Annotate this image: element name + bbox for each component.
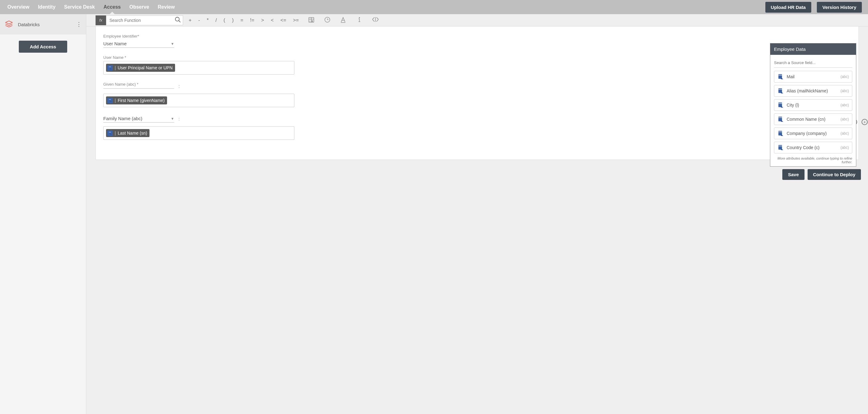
palette-item-type: (abc) — [841, 74, 849, 79]
databricks-icon — [4, 20, 13, 29]
palette-item-name: Company (company) — [786, 131, 827, 136]
family-name-mapping-input[interactable]: | Last Name (sn) — [103, 126, 294, 140]
app-row-databricks[interactable]: Databricks ⋮ — [0, 14, 86, 34]
op-neq[interactable]: != — [250, 18, 254, 23]
tab-access[interactable]: Access — [103, 4, 121, 10]
given-name-group: Given Name (abc) * : | First Name (given… — [103, 82, 851, 107]
employee-identifier-group: Employee Identifier* User Name ▼ — [103, 34, 851, 48]
chip-label: Last Name (sn) — [118, 131, 147, 135]
op-mult[interactable]: * — [207, 18, 209, 23]
source-field-icon — [777, 102, 783, 108]
palette-item[interactable]: Alias (mailNickName) (abc) — [774, 85, 852, 97]
chevron-down-icon: ▼ — [171, 42, 174, 45]
main-content: fx + - * / ( ) = != > < <= >= — [86, 14, 868, 414]
employee-identifier-value: User Name — [103, 41, 127, 46]
app-kebab-menu[interactable]: ⋮ — [76, 22, 82, 27]
svg-point-18 — [359, 17, 360, 18]
info-tool-icon[interactable] — [356, 16, 363, 24]
add-access-button[interactable]: Add Access — [19, 41, 67, 53]
palette-item[interactable]: Country Code (c) (abc) — [774, 142, 852, 153]
date-tool-icon[interactable]: x — [308, 16, 315, 24]
palette-item[interactable]: Company (company) (abc) — [774, 128, 852, 139]
op-gt[interactable]: > — [261, 18, 264, 23]
palette-item-name: Mail — [786, 74, 795, 79]
palette-item[interactable]: City (l) (abc) — [774, 99, 852, 111]
palette-item[interactable]: Common Name (cn) (abc) — [774, 114, 852, 125]
tab-service-desk[interactable]: Service Desk — [64, 4, 95, 10]
user-name-group: User Name * | User Principal Name or UPN — [103, 55, 851, 74]
user-name-label: User Name * — [103, 55, 851, 60]
user-name-chip[interactable]: | User Principal Name or UPN — [106, 64, 175, 72]
source-field-icon — [777, 88, 783, 94]
op-eq[interactable]: = — [241, 18, 243, 23]
version-history-button[interactable]: Version History — [817, 2, 862, 12]
source-field-icon — [777, 130, 783, 136]
palette-item-type: (abc) — [841, 103, 849, 107]
nav-tabs: Overview Identity Service Desk Access Ob… — [7, 4, 175, 10]
brain-tool-icon[interactable] — [372, 16, 379, 24]
op-minus[interactable]: - — [198, 18, 200, 23]
op-plus[interactable]: + — [189, 18, 191, 23]
function-search[interactable] — [106, 15, 183, 25]
tool-icons: x — [308, 16, 379, 24]
palette-search-input[interactable] — [774, 59, 852, 67]
source-field-icon — [107, 65, 113, 70]
given-name-colon: : — [179, 84, 180, 89]
tab-overview[interactable]: Overview — [7, 4, 29, 10]
top-navbar: Overview Identity Service Desk Access Ob… — [0, 0, 868, 14]
tab-identity[interactable]: Identity — [38, 4, 56, 10]
family-name-select[interactable]: Family Name (abc) ▼ — [103, 115, 174, 123]
search-icon[interactable] — [173, 16, 183, 24]
op-lt[interactable]: < — [271, 18, 274, 23]
tab-review[interactable]: Review — [158, 4, 175, 10]
save-button[interactable]: Save — [782, 169, 804, 180]
chevron-down-icon: ▼ — [171, 117, 174, 121]
palette-search[interactable] — [774, 59, 852, 68]
palette-item[interactable]: Mail (abc) — [774, 71, 852, 83]
employee-identifier-label: Employee Identifier* — [103, 34, 851, 38]
palette-item-name: Country Code (c) — [786, 145, 819, 150]
svg-text:x: x — [312, 20, 313, 22]
family-name-label: Family Name (abc) — [103, 116, 143, 121]
op-gte[interactable]: >= — [293, 18, 299, 23]
svg-marker-5 — [5, 21, 13, 24]
clock-tool-icon[interactable] — [324, 16, 331, 24]
app-name-label: Databricks — [18, 22, 40, 27]
op-lparen[interactable]: ( — [223, 18, 225, 23]
source-field-icon — [777, 116, 783, 122]
operator-buttons: + - * / ( ) = != > < <= >= — [183, 18, 304, 23]
source-field-icon — [777, 74, 783, 80]
given-name-chip[interactable]: | First Name (givenName) — [106, 96, 167, 104]
function-search-input[interactable] — [106, 16, 173, 25]
formula-bar: fx + - * / ( ) = != > < <= >= — [86, 14, 868, 27]
mapping-card: Employee Identifier* User Name ▼ User Na… — [96, 27, 859, 160]
palette-item-name: Common Name (cn) — [786, 117, 826, 122]
given-name-mapping-input[interactable]: | First Name (givenName) — [103, 94, 294, 107]
op-div[interactable]: / — [215, 18, 217, 23]
op-rparen[interactable]: ) — [232, 18, 234, 23]
chip-label: User Principal Name or UPN — [118, 65, 173, 70]
palette-title: Employee Data — [770, 43, 856, 55]
add-field-button[interactable]: + — [862, 119, 868, 125]
user-name-mapping-input[interactable]: | User Principal Name or UPN — [103, 61, 294, 74]
continue-to-deploy-button[interactable]: Continue to Deploy — [808, 169, 861, 180]
palette-item-name: City (l) — [786, 103, 799, 107]
palette-field-list: Mail (abc) Alias (mailNickName) (abc) Ci… — [770, 70, 856, 157]
sidebar: Databricks ⋮ Add Access — [0, 14, 86, 414]
source-field-icon — [107, 98, 113, 103]
employee-data-palette: Employee Data Mail (abc) Alias (mailNick… — [770, 43, 856, 167]
op-lte[interactable]: <= — [280, 18, 286, 23]
tab-observe[interactable]: Observe — [129, 4, 149, 10]
text-tool-icon[interactable] — [340, 16, 347, 24]
palette-item-type: (abc) — [841, 117, 849, 121]
palette-more-msg: More attributes available, continue typi… — [770, 157, 856, 166]
palette-item-name: Alias (mailNickName) — [786, 88, 828, 93]
palette-item-type: (abc) — [841, 146, 849, 150]
employee-identifier-select[interactable]: User Name ▼ — [103, 40, 174, 48]
given-name-label: Given Name (abc) * — [103, 82, 174, 89]
family-name-group: Family Name (abc) ▼ : | Last Name (sn) −… — [103, 115, 851, 140]
family-name-colon: : — [179, 116, 180, 121]
svg-point-11 — [310, 21, 310, 21]
family-name-chip[interactable]: | Last Name (sn) — [106, 129, 150, 137]
upload-hr-data-button[interactable]: Upload HR Data — [765, 2, 811, 12]
